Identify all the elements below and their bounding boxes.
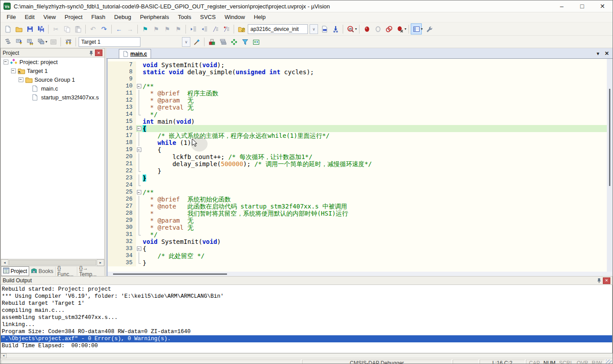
code-line-11[interactable]: 11 * @brief 程序主函数 [108,90,613,97]
menu-flash[interactable]: Flash [87,12,110,22]
menu-debug[interactable]: Debug [110,12,136,22]
pin-icon[interactable] [89,50,94,56]
kill-all-breakpoints-dropdown-icon[interactable]: ▾ [405,27,406,31]
build-output-line[interactable]: Build Time Elapsed: 00:00:00 [1,342,612,349]
code-line-31[interactable]: 31 */ [108,231,613,238]
code-line-20[interactable]: 20 lckfb_count++; /* 每次循环，让计数器加1*/ [108,153,613,160]
redo-icon[interactable]: ↷ [98,23,110,34]
find-symbols-dropdown-icon[interactable]: ▾ [355,27,357,31]
indent-left-icon[interactable] [199,23,210,34]
download-icon[interactable]: LOAD [63,36,74,47]
editor-tab-main-c[interactable]: main.c [119,49,151,58]
code-line-28[interactable]: 28 * 我们暂时将其留空，系统将使用默认的内部时钟(HSI)运行 [108,210,613,217]
window-layout-icon[interactable] [411,23,422,34]
editor-vscrollbar[interactable] [607,59,613,276]
menu-window[interactable]: Window [220,12,249,22]
code-line-8[interactable]: 8static void delay_simple(unsigned int c… [108,68,613,76]
tree-item-startup-stm32f407xx-s[interactable]: startup_stm32f407xx.s [1,93,104,102]
build-output-line[interactable]: *** Using Compiler 'V6.19', folder: 'E:\… [1,293,612,300]
code-line-34[interactable]: 34 /* 此处留空 */ [108,252,613,259]
menu-edit[interactable]: Edit [20,12,39,22]
rebuild-icon[interactable] [24,36,35,47]
save-icon[interactable] [24,23,35,34]
vscroll-thumb[interactable] [609,89,610,186]
target-combo[interactable]: Target 1 [79,37,140,47]
pack-installer-icon[interactable] [250,36,261,47]
tree-expander-icon[interactable] [4,60,8,64]
find-in-files-icon[interactable] [319,23,330,34]
find-symbols-icon[interactable]: @ [345,23,356,34]
open-file-icon[interactable] [13,23,24,34]
panel-tab-books[interactable]: ?Books [29,267,55,276]
hscroll-thumb[interactable] [113,273,227,275]
build-output-line[interactable]: Rebuild target 'Target 1' [1,300,612,307]
build-output-line[interactable]: linking... [1,321,612,328]
code-line-35[interactable]: 35} [108,259,613,266]
menu-svcs[interactable]: SVCS [196,12,220,22]
build-output-hscrollbar[interactable]: ◄ [0,353,613,358]
maximize-button[interactable]: □ [572,0,592,12]
fold-toggle-icon[interactable] [136,245,143,252]
tree-item-source-group-1[interactable]: Source Group 1 [1,75,104,84]
editor-hscrollbar[interactable] [108,272,613,276]
tab-list-dropdown-icon[interactable]: ▼ [596,51,600,56]
build-output-line[interactable]: compiling main.c... [1,307,612,314]
fold-toggle-icon[interactable] [136,125,143,132]
panel-tab--temp-[interactable]: {}→ Temp... [77,267,105,276]
batch-build-dropdown-icon[interactable]: ▾ [45,40,47,44]
manage-rte-icon[interactable] [206,36,217,47]
code-line-10[interactable]: 10/** [108,83,613,90]
configure-flash-tools-icon[interactable] [236,23,247,34]
resize-grip[interactable] [606,360,612,364]
fold-toggle-icon[interactable] [136,146,143,153]
menu-project[interactable]: Project [60,12,87,22]
panel-tab-project[interactable]: Project [1,266,29,276]
insert-remove-breakpoint-icon[interactable] [361,23,372,34]
code-line-23[interactable]: 23} [108,174,613,182]
fold-toggle-icon[interactable] [136,189,143,196]
menu-peripherals[interactable]: Peripherals [136,12,174,22]
menu-file[interactable]: File [2,12,20,22]
indent-right-icon[interactable] [188,23,199,34]
options-for-target-icon[interactable] [191,36,202,47]
build-output-line[interactable]: ".\Objects\project.axf" - 0 Error(s), 0 … [1,335,612,342]
code-line-26[interactable]: 26 * @brief 系统初始化函数 [108,196,613,203]
menu-tools[interactable]: Tools [174,12,196,22]
tree-expander-icon[interactable] [19,77,23,82]
build-output-close-icon[interactable]: ✕ [603,277,610,284]
code-line-15[interactable]: 15int main(void) [108,118,613,125]
tree-item-main-c[interactable]: main.c [1,84,104,93]
file-search-dropdown-icon[interactable]: ∨ [310,24,318,34]
code-line-9[interactable]: 9 [108,76,613,83]
code-line-13[interactable]: 13 * @retval 无 [108,104,613,111]
enable-breakpoint-icon[interactable] [372,23,383,34]
menu-view[interactable]: View [39,12,60,22]
code-line-17[interactable]: 17 /* 嵌入式系统的主循环，程序会永远在while(1)里面运行*/ [108,132,613,139]
code-line-24[interactable]: 24 [108,182,613,189]
file-extensions-icon[interactable] [217,36,228,47]
code-line-22[interactable]: 22 } [108,167,613,174]
close-document-icon[interactable]: ✕ [605,50,609,57]
software-packs-icon[interactable] [228,36,239,47]
panel-tab--func-[interactable]: {} Func... [56,267,78,276]
code-line-14[interactable]: 14 */ [108,111,613,118]
window-layout-dropdown-icon[interactable]: ▾ [421,27,423,31]
batch-build-icon[interactable] [35,36,46,47]
build-icon[interactable] [13,36,24,47]
project-panel-close-icon[interactable]: ✕ [95,49,102,56]
build-output-log[interactable]: Rebuild started: Project: project*** Usi… [0,285,613,353]
pin-icon[interactable] [597,278,602,283]
code-line-30[interactable]: 30 * @retval 无 [108,224,613,231]
scroll-left-icon[interactable]: ◄ [0,353,7,358]
build-output-line[interactable]: assembling startup_stm32f407xx.s... [1,314,612,321]
target-dropdown-icon[interactable]: ∨ [182,37,190,47]
code-line-18[interactable]: 18 while (1) [108,139,613,146]
code-line-32[interactable]: 32void SystemInit(void) [108,238,613,245]
menu-help[interactable]: Help [250,12,270,22]
code-editor[interactable]: 7void SystemInit(void);8static void dela… [106,59,613,276]
file-search-combo[interactable]: ap3216c_device_init [248,24,308,34]
translate-icon[interactable] [2,36,13,47]
code-line-19[interactable]: 19 { [108,146,613,153]
tree-item-project-project[interactable]: Project: project [1,57,104,66]
new-file-icon[interactable] [2,23,13,34]
